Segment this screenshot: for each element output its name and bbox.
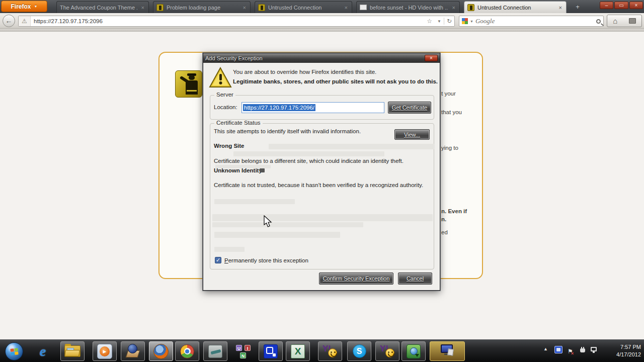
gray-app-icon [208, 345, 222, 358]
tab-advanced-coupon-theme[interactable]: The Advanced Coupon Theme ... × [56, 1, 149, 13]
taskbar-item-idm[interactable] [401, 341, 426, 361]
taskbar-item-excel[interactable]: X [286, 341, 310, 361]
ghost-row [212, 214, 433, 221]
location-input[interactable]: https://27.120.97.175:2096/ [242, 102, 384, 113]
taskbar-item-chrome[interactable] [175, 341, 199, 361]
search-icon[interactable] [596, 19, 601, 24]
windows-taskbar: e ▶ U I N X [0, 339, 644, 362]
page-text-fragment: n. [441, 216, 446, 222]
new-tab-button[interactable]: + [572, 3, 584, 12]
url-bar[interactable]: ⚠ https://27.120.97.175:2096 ☆ ▼ ↻ [18, 16, 455, 27]
confirm-security-exception-button[interactable]: Confirm Security Exception [319, 273, 393, 285]
taskbar-item-windows-explorer[interactable] [60, 341, 85, 361]
folder-icon [64, 345, 80, 357]
taskbar-item-globe-app[interactable] [121, 341, 145, 361]
window-close-button[interactable]: × [629, 2, 643, 9]
firefox-menu-button[interactable]: Firefox ▼ [1, 1, 47, 12]
home-icon[interactable]: ⌂ [613, 17, 617, 25]
skype-s-letter: S [357, 347, 362, 356]
page-text-fragment: n. Even if [441, 208, 467, 214]
label-rest: ermanently store this exception [228, 257, 308, 263]
certificate-status-legend: Certificate Status [214, 120, 263, 126]
taskbar-item-media-player[interactable]: ▶ [93, 341, 117, 361]
taskbar-item-computer[interactable] [430, 341, 465, 361]
ghost-row [214, 232, 340, 238]
url-text[interactable]: https://27.120.97.175:2096 [31, 18, 424, 24]
permanently-store-label[interactable]: Permanently store this exception [224, 257, 308, 263]
window-minimize-button[interactable]: – [600, 2, 613, 9]
tray-clock[interactable]: 7:57 PM 4/17/2012 [603, 343, 641, 358]
taskbar-item-gray-app[interactable] [203, 341, 227, 361]
ghost-row [233, 151, 384, 156]
tab-strip: Firefox ▼ The Advanced Coupon Theme ... … [0, 0, 644, 13]
tray-power-icon[interactable] [580, 347, 586, 353]
dialog-intro-line1: You are about to override how Firefox id… [233, 69, 376, 75]
plus-icon: + [576, 3, 580, 11]
search-engine-dropdown-icon[interactable]: ▼ [470, 20, 473, 23]
google-favicon [462, 18, 468, 24]
view-certificate-button[interactable]: View... [394, 129, 430, 140]
tab-close-icon[interactable]: × [558, 5, 563, 11]
tab-before-sunset-video[interactable]: before sunset - HD Video with ... × [356, 1, 460, 13]
ghost-row [214, 247, 245, 252]
window-maximize-button[interactable]: ▭ [614, 2, 628, 9]
media-player-icon: ▶ [97, 344, 112, 359]
firefox-menu-label: Firefox [11, 3, 31, 10]
maximize-icon: ▭ [619, 3, 623, 8]
tray-network-icon[interactable] [591, 347, 598, 353]
search-box[interactable]: ▼ Google [459, 16, 604, 27]
dialog-titlebar[interactable]: Add Security Exception × [203, 53, 440, 63]
server-legend: Server [214, 92, 235, 98]
tray-action-center-icon[interactable]: ⚑ × [568, 348, 573, 355]
dialog-close-button[interactable]: × [425, 55, 438, 61]
taskbar-item-internet-explorer[interactable]: e [31, 341, 54, 361]
get-certificate-button[interactable]: Get Certificate [388, 102, 431, 114]
wrong-site-heading: Wrong Site [214, 143, 244, 149]
uin-app-icon: U I N [235, 343, 252, 359]
firefox-icon [153, 344, 169, 359]
checkmark-icon: ✓ [216, 257, 220, 263]
skype-icon: S [353, 344, 366, 358]
confirm-label: Confirm Security Exception [323, 276, 390, 282]
site-identity-warning-icon[interactable]: ⚠ [19, 16, 31, 26]
taskbar-item-yahoo-messenger-2[interactable]: Y! [375, 341, 399, 361]
download-manager-icon [407, 344, 421, 358]
taskbar-item-uin-app[interactable]: U I N [231, 341, 256, 361]
unknown-identity-heading: Unknown Identity [214, 167, 262, 173]
warning-favicon [156, 4, 164, 11]
tray-show-hidden-icons[interactable]: ▲ [543, 346, 548, 351]
cancel-button[interactable]: Cancel [398, 273, 432, 285]
taskbar-item-yahoo-messenger[interactable]: Y! [318, 341, 342, 361]
warning-glyph: ⚠ [22, 18, 27, 25]
tab-label: Problem loading page [167, 5, 239, 11]
tab-close-icon[interactable]: × [344, 5, 349, 11]
search-placeholder[interactable]: Google [475, 17, 594, 25]
tab-close-icon[interactable]: × [451, 5, 456, 11]
tab-untrusted-connection-active[interactable]: Untrusted Connection × [464, 1, 567, 13]
bookmark-star-icon[interactable]: ☆ [424, 18, 435, 25]
start-button[interactable] [4, 341, 24, 361]
tray-remote-desktop-icon[interactable] [554, 346, 562, 353]
taskbar-item-skype[interactable]: S [347, 341, 371, 361]
blue-squares-app-icon [264, 344, 278, 358]
tab-untrusted-connection-1[interactable]: Untrusted Connection × [255, 1, 352, 13]
taskbar-item-blue-app[interactable] [259, 341, 283, 361]
bookmarks-panel-icon[interactable] [629, 18, 636, 24]
nav-right-buttons: ⌂ [607, 15, 642, 27]
dialog-intro-line2: Legitimate banks, stores, and other publ… [233, 78, 438, 84]
tab-problem-loading-page[interactable]: Problem loading page × [153, 1, 251, 13]
location-value-selected: https://27.120.97.175:2096/ [243, 104, 315, 111]
tab-close-icon[interactable]: × [140, 5, 145, 11]
url-dropdown-icon[interactable]: ▼ [435, 19, 444, 24]
reload-icon[interactable]: ↻ [444, 18, 454, 25]
taskbar-item-firefox[interactable] [149, 341, 173, 361]
ghost-row [269, 144, 435, 149]
permanently-store-checkbox[interactable]: ✓ [215, 257, 221, 263]
ghost-row [212, 222, 363, 227]
ghost-row [214, 199, 295, 204]
chevron-down-icon: ▼ [34, 5, 38, 8]
add-security-exception-dialog: Add Security Exception × You are about t… [203, 53, 440, 291]
page-text-fragment: that you [441, 109, 462, 115]
back-button[interactable]: ← [3, 15, 15, 27]
tab-close-icon[interactable]: × [242, 5, 247, 11]
